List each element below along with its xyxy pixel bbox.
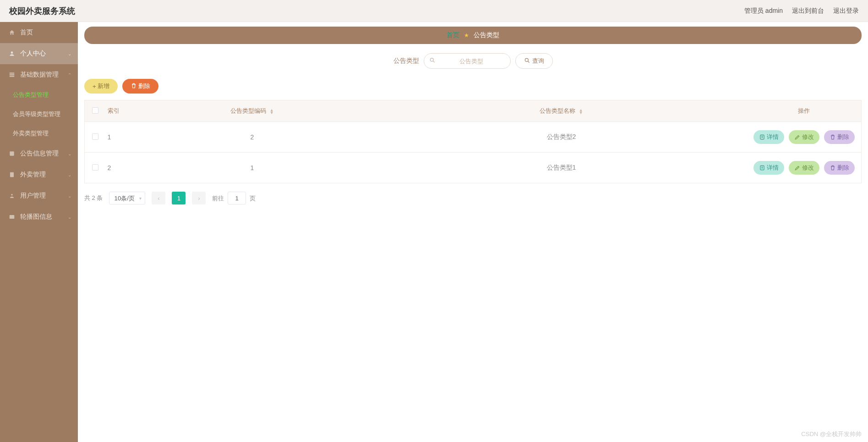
sidebar-label: 个人中心 bbox=[20, 50, 46, 58]
goto-suffix: 页 bbox=[250, 195, 256, 202]
app-title: 校园外卖服务系统 bbox=[9, 6, 75, 17]
next-page-button[interactable]: › bbox=[192, 192, 206, 204]
main-content: 首页 ★ 公告类型 公告类型 查询 + 新增 删除 bbox=[78, 22, 868, 442]
sidebar-label: 外卖管理 bbox=[20, 171, 46, 179]
search-input[interactable] bbox=[424, 53, 511, 69]
sidebar: 首页 个人中心 ⌄ 基础数据管理 ⌃ 公告类型管理 会员等级类型管理 外卖类型管… bbox=[0, 22, 78, 442]
edit-button[interactable]: 修改 bbox=[789, 161, 819, 175]
prev-page-button[interactable]: ‹ bbox=[152, 192, 165, 204]
delete-button[interactable]: 删除 bbox=[122, 79, 158, 94]
search-icon bbox=[524, 57, 530, 65]
edit-button[interactable]: 修改 bbox=[789, 130, 819, 144]
data-icon bbox=[8, 72, 16, 78]
cell-code: 1 bbox=[129, 153, 376, 183]
sidebar-item-notice-info[interactable]: 公告信息管理 ⌄ bbox=[0, 143, 78, 164]
chevron-down-icon: ⌄ bbox=[68, 172, 71, 177]
sidebar-item-carousel[interactable]: 轮播图信息 ⌄ bbox=[0, 206, 78, 227]
trash-icon bbox=[131, 83, 137, 90]
image-icon bbox=[8, 214, 16, 220]
pagination-total: 共 2 条 bbox=[84, 194, 103, 202]
notice-icon bbox=[8, 150, 16, 157]
svg-line-11 bbox=[528, 61, 529, 62]
home-icon bbox=[8, 29, 16, 36]
action-buttons: + 新增 删除 bbox=[84, 79, 862, 94]
cell-name: 公告类型1 bbox=[376, 153, 747, 183]
svg-point-8 bbox=[430, 58, 433, 61]
chevron-down-icon: ⌄ bbox=[68, 193, 71, 199]
detail-button[interactable]: 详情 bbox=[753, 130, 784, 144]
delete-label: 删除 bbox=[138, 82, 150, 90]
detail-button[interactable]: 详情 bbox=[753, 161, 784, 175]
breadcrumb: 首页 ★ 公告类型 bbox=[84, 27, 862, 44]
logout-link[interactable]: 退出登录 bbox=[833, 7, 859, 15]
row-checkbox[interactable] bbox=[92, 133, 98, 140]
svg-rect-7 bbox=[10, 215, 15, 219]
query-button[interactable]: 查询 bbox=[515, 53, 553, 69]
page-number-button[interactable]: 1 bbox=[172, 192, 186, 204]
back-to-front-link[interactable]: 退出到前台 bbox=[792, 7, 824, 15]
star-icon: ★ bbox=[464, 32, 469, 39]
page-size-select[interactable]: 10条/页 bbox=[109, 192, 145, 204]
data-table: 索引 公告类型编码 ▲▼ 公告类型名称 ▲▼ 操作 1 2 公告类型2 详情 bbox=[84, 100, 862, 183]
sidebar-label: 基础数据管理 bbox=[20, 71, 59, 79]
plus-icon: + bbox=[93, 83, 96, 90]
svg-rect-4 bbox=[10, 151, 14, 155]
add-label: 新增 bbox=[98, 82, 109, 90]
search-label: 公告类型 bbox=[393, 57, 419, 65]
chevron-up-icon: ⌃ bbox=[68, 72, 71, 77]
admin-label[interactable]: 管理员 admin bbox=[744, 7, 783, 15]
sidebar-item-delivery[interactable]: 外卖管理 ⌄ bbox=[0, 164, 78, 185]
sidebar-item-user[interactable]: 用户管理 ⌄ bbox=[0, 185, 78, 206]
chevron-down-icon: ⌄ bbox=[68, 215, 71, 220]
breadcrumb-home[interactable]: 首页 bbox=[447, 31, 459, 39]
cell-index: 1 bbox=[106, 122, 129, 153]
sidebar-item-delivery-type[interactable]: 外卖类型管理 bbox=[0, 124, 78, 143]
sidebar-label: 用户管理 bbox=[20, 192, 46, 200]
search-row: 公告类型 查询 bbox=[84, 53, 862, 69]
svg-line-9 bbox=[433, 61, 434, 62]
row-delete-button[interactable]: 删除 bbox=[824, 130, 855, 144]
row-delete-button[interactable]: 删除 bbox=[824, 161, 855, 175]
header-right: 管理员 admin 退出到前台 退出登录 bbox=[744, 7, 859, 15]
pagination: 共 2 条 10条/页 ‹ 1 › 前往 页 bbox=[84, 192, 862, 204]
watermark: CSDN @全栈开发帅帅 bbox=[801, 430, 862, 438]
header-name[interactable]: 公告类型名称 ▲▼ bbox=[376, 100, 747, 122]
row-checkbox[interactable] bbox=[92, 164, 98, 171]
users-icon bbox=[8, 193, 16, 199]
goto-page-input[interactable] bbox=[228, 192, 246, 204]
select-all-checkbox[interactable] bbox=[92, 107, 98, 114]
table-row: 1 2 公告类型2 详情 修改 删除 bbox=[85, 122, 862, 153]
header-action: 操作 bbox=[747, 100, 862, 122]
sort-icon: ▲▼ bbox=[579, 109, 583, 114]
svg-point-0 bbox=[11, 51, 13, 54]
sidebar-item-home[interactable]: 首页 bbox=[0, 22, 78, 43]
chevron-down-icon: ⌄ bbox=[68, 151, 71, 156]
svg-rect-1 bbox=[10, 72, 15, 73]
sidebar-item-member-level[interactable]: 会员等级类型管理 bbox=[0, 105, 78, 124]
cell-code: 2 bbox=[129, 122, 376, 153]
sidebar-label: 轮播图信息 bbox=[20, 213, 52, 221]
cell-name: 公告类型2 bbox=[376, 122, 747, 153]
chevron-down-icon: ⌄ bbox=[68, 51, 71, 56]
query-label: 查询 bbox=[532, 57, 544, 65]
search-icon bbox=[429, 57, 436, 65]
sidebar-label: 首页 bbox=[20, 28, 33, 37]
goto-prefix: 前往 bbox=[212, 195, 224, 202]
sidebar-item-personal[interactable]: 个人中心 ⌄ bbox=[0, 43, 78, 64]
table-row: 2 1 公告类型1 详情 修改 删除 bbox=[85, 153, 862, 183]
svg-rect-5 bbox=[10, 172, 14, 177]
svg-point-10 bbox=[525, 58, 528, 61]
svg-rect-3 bbox=[10, 76, 15, 77]
header: 校园外卖服务系统 管理员 admin 退出到前台 退出登录 bbox=[0, 0, 868, 22]
svg-point-6 bbox=[11, 194, 13, 196]
svg-rect-2 bbox=[10, 74, 15, 75]
cell-index: 2 bbox=[106, 153, 129, 183]
add-button[interactable]: + 新增 bbox=[84, 79, 118, 94]
breadcrumb-current: 公告类型 bbox=[474, 31, 499, 39]
sidebar-item-basic[interactable]: 基础数据管理 ⌃ bbox=[0, 64, 78, 85]
sidebar-item-notice-type[interactable]: 公告类型管理 bbox=[0, 85, 78, 105]
sort-icon: ▲▼ bbox=[270, 109, 274, 114]
user-icon bbox=[8, 50, 16, 57]
sidebar-label: 公告信息管理 bbox=[20, 149, 59, 158]
header-code[interactable]: 公告类型编码 ▲▼ bbox=[129, 100, 376, 122]
